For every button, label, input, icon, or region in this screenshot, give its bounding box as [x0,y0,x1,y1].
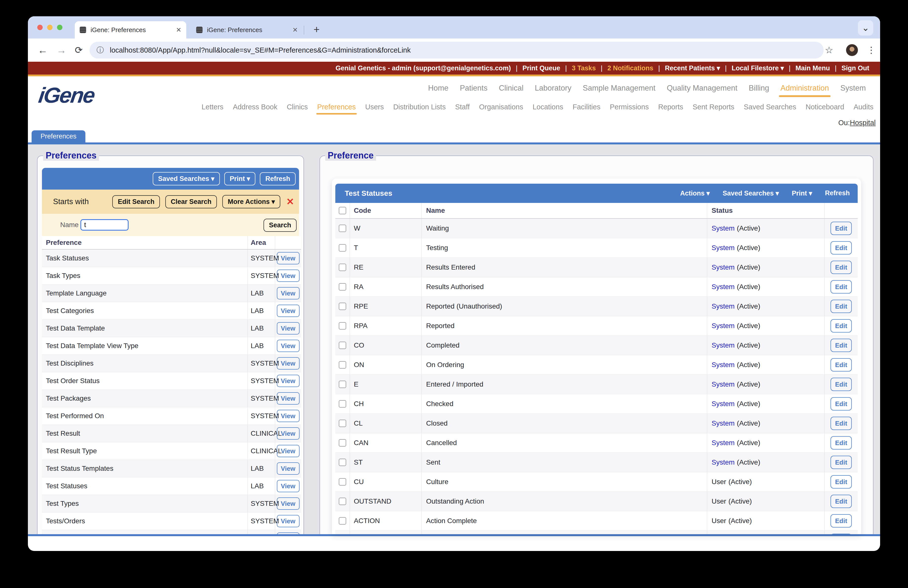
edit-button[interactable]: Edit [831,300,852,313]
view-button[interactable]: View [277,392,299,404]
ou-hospital-link[interactable]: Hospital [850,119,876,127]
edit-button[interactable]: Edit [831,241,852,255]
sub-nav-item[interactable]: Users [365,103,384,111]
filter-button[interactable]: More Actions ▾ [222,195,280,208]
name-input[interactable] [80,219,129,230]
bookmark-star-icon[interactable]: ☆ [825,39,833,62]
status-owner-link[interactable]: User [712,517,726,525]
close-tab-icon[interactable]: ✕ [176,26,181,34]
filter-button[interactable]: Edit Search [112,195,160,208]
site-info-icon[interactable]: ⓘ [97,45,104,55]
sub-nav-item[interactable]: Noticeboard [806,103,844,111]
sub-nav-item[interactable]: Letters [201,103,224,111]
card-menu-item[interactable]: Actions ▾ [680,189,710,197]
row-checkbox[interactable] [339,361,346,369]
row-checkbox[interactable] [339,517,346,525]
minimize-window-button[interactable] [47,25,53,30]
main-nav-item[interactable]: Laboratory [535,84,572,93]
browser-menu-icon[interactable]: ⋮ [867,39,876,62]
edit-button[interactable]: Edit [831,222,852,235]
edit-button[interactable]: Edit [831,280,852,293]
edit-button[interactable]: Edit [831,456,852,469]
status-owner-link[interactable]: System [712,458,734,466]
main-nav-item[interactable]: Clinical [499,84,523,93]
view-button[interactable]: View [277,252,299,264]
toolbar-button[interactable]: Refresh [260,172,296,185]
view-button[interactable]: View [277,322,299,335]
close-tab-icon[interactable]: ✕ [292,26,298,34]
card-menu-item[interactable]: Refresh [825,189,850,197]
row-checkbox[interactable] [339,439,346,446]
view-button[interactable]: View [277,427,299,440]
row-checkbox[interactable] [339,420,346,427]
sub-nav-item[interactable]: Address Book [233,103,278,111]
edit-button[interactable]: Edit [831,534,852,534]
view-button[interactable]: View [277,269,299,282]
row-checkbox[interactable] [339,264,346,271]
row-checkbox[interactable] [339,381,346,388]
top-bar-item[interactable]: Sign Out [842,64,869,72]
edit-button[interactable]: Edit [831,417,852,430]
status-owner-link[interactable]: User [712,498,726,505]
select-all-checkbox[interactable] [339,207,346,214]
row-checkbox[interactable] [339,283,346,290]
forward-icon[interactable]: → [56,39,66,62]
new-tab-button[interactable]: + [310,23,324,37]
sub-nav-item[interactable]: Permissions [610,103,649,111]
status-owner-link[interactable]: System [712,342,734,349]
search-button[interactable]: Search [264,219,296,232]
window-controls[interactable] [37,25,63,30]
sub-nav-item[interactable]: Locations [533,103,563,111]
sub-nav-item[interactable]: Facilities [573,103,601,111]
browser-tab-active[interactable]: iGene: Preferences ✕ [75,21,186,39]
view-button[interactable]: View [277,445,299,457]
sub-nav-item[interactable]: Organisations [479,103,523,111]
status-owner-link[interactable]: System [712,263,734,271]
view-button[interactable]: View [277,515,299,527]
close-window-button[interactable] [37,25,43,30]
edit-button[interactable]: Edit [831,397,852,411]
top-bar-item[interactable]: Print Queue [523,64,572,72]
status-owner-link[interactable]: System [712,439,734,447]
sub-nav-item[interactable]: Sent Reports [692,103,734,111]
edit-button[interactable]: Edit [831,475,852,488]
main-nav-item[interactable]: Sample Management [583,84,655,93]
edit-button[interactable]: Edit [831,261,852,274]
card-menu-item[interactable]: Saved Searches ▾ [723,189,779,197]
row-checkbox[interactable] [339,225,346,232]
top-bar-item[interactable]: Recent Patients ▾ [665,64,732,72]
view-button[interactable]: View [277,304,299,317]
toolbar-button[interactable]: Saved Searches ▾ [153,172,220,185]
back-icon[interactable]: ← [38,39,48,62]
status-owner-link[interactable]: System [712,419,734,427]
view-button[interactable]: View [277,498,299,510]
row-checkbox[interactable] [339,459,346,466]
row-checkbox[interactable] [339,498,346,505]
avatar[interactable] [846,44,858,56]
sub-nav-item[interactable]: Saved Searches [744,103,796,111]
status-owner-link[interactable]: System [712,224,734,232]
row-checkbox[interactable] [339,478,346,486]
sub-nav-item[interactable]: Audits [853,103,873,111]
main-nav-item[interactable]: Administration [781,84,829,93]
top-bar-item[interactable]: 2 Notifications [607,64,665,72]
status-owner-link[interactable]: System [712,400,734,408]
sub-nav-item[interactable]: Clinics [287,103,307,111]
toolbar-button[interactable]: Print ▾ [224,172,256,185]
view-button[interactable]: View [277,532,299,534]
view-button[interactable]: View [277,287,299,300]
status-owner-link[interactable]: System [712,380,734,388]
top-bar-item[interactable]: Main Menu [795,64,842,72]
close-filter-icon[interactable]: ✕ [286,196,294,207]
url-bar[interactable]: ⓘ localhost:8080/App/App.html?null&local… [90,42,824,58]
sub-nav-item[interactable]: Staff [455,103,470,111]
status-owner-link[interactable]: System [712,361,734,369]
view-button[interactable]: View [277,340,299,352]
sub-nav-item[interactable]: Preferences [317,103,356,111]
row-checkbox[interactable] [339,400,346,408]
view-button[interactable]: View [277,375,299,387]
main-nav-item[interactable]: Quality Management [667,84,737,93]
status-owner-link[interactable]: System [712,322,734,330]
row-checkbox[interactable] [339,244,346,251]
sub-nav-item[interactable]: Reports [658,103,683,111]
